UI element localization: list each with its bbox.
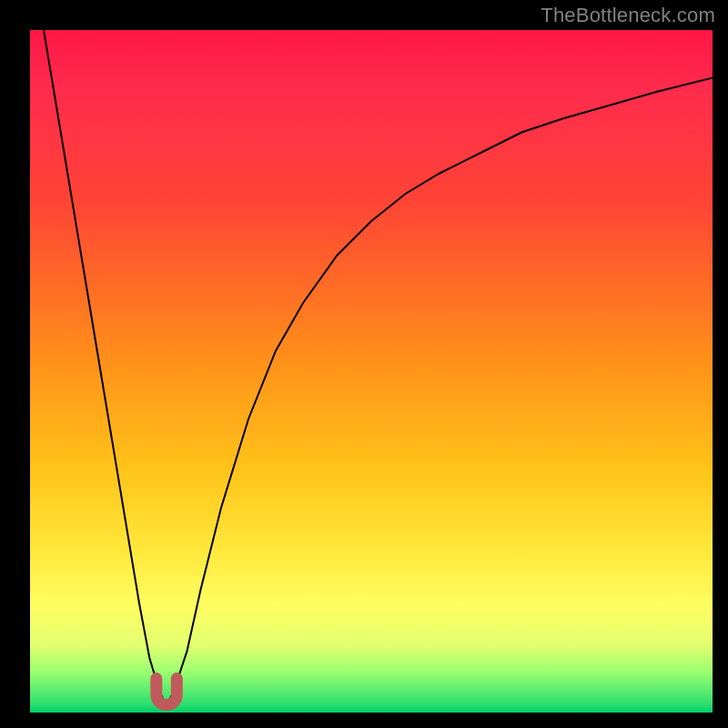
watermark-label: TheBottleneck.com	[541, 4, 715, 27]
bottleneck-curve	[44, 30, 713, 706]
optimal-point-marker	[157, 679, 177, 705]
chart-svg	[30, 30, 713, 713]
outer-frame: TheBottleneck.com	[0, 0, 728, 728]
plot-area	[30, 30, 713, 713]
